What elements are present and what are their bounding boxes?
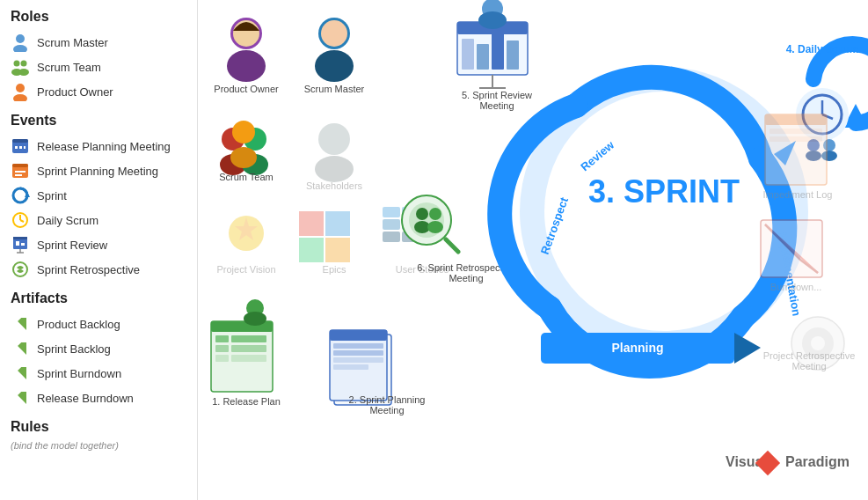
sidebar-item-release-burndown[interactable]: Release Burndown <box>11 386 186 410</box>
svg-point-0 <box>16 34 25 43</box>
svg-text:Meeting: Meeting <box>369 405 404 415</box>
epics-figure <box>299 211 350 262</box>
sprint-burndown-label: Sprint Burndown <box>37 367 121 380</box>
sprint-review-icon <box>11 235 30 254</box>
svg-rect-65 <box>231 335 266 342</box>
svg-point-3 <box>21 61 27 67</box>
sprint-planning-meeting-label: 2. Sprint Planning <box>349 394 426 405</box>
svg-point-95 <box>429 208 441 220</box>
svg-rect-113 <box>765 114 827 125</box>
svg-point-89 <box>478 11 507 29</box>
scrum-master-icon <box>11 33 30 52</box>
scrum-team-label: Scrum Team <box>37 61 101 74</box>
sprint-label: Sprint <box>37 189 67 202</box>
svg-point-71 <box>244 312 266 326</box>
product-backlog-label: Product Backlog <box>37 318 120 331</box>
sidebar-item-daily-scrum[interactable]: Daily Scrum <box>11 208 186 232</box>
sidebar-item-sprint-planning[interactable]: Sprint Planning Meeting <box>11 158 186 183</box>
sidebar-item-sprint-review[interactable]: Sprint Review <box>11 232 186 257</box>
scrum-master-diag-label: Scrum Master <box>304 84 365 94</box>
product-backlog-icon <box>11 314 30 334</box>
artifacts-title: Artifacts <box>11 290 186 306</box>
svg-point-6 <box>16 84 25 92</box>
impediment-log-label: Impediment Log <box>763 189 833 200</box>
artifacts-section: Artifacts Product Backlog Sprint Backlog <box>11 290 186 410</box>
svg-point-93 <box>416 208 428 220</box>
svg-rect-31 <box>18 367 26 379</box>
svg-rect-12 <box>24 146 26 149</box>
svg-line-97 <box>446 239 458 252</box>
release-burndown-icon <box>11 388 30 408</box>
sprint-backlog-label: Sprint Backlog <box>37 342 111 356</box>
review-label: Review <box>578 137 617 173</box>
sidebar-item-scrum-team[interactable]: Scrum Team <box>11 55 186 79</box>
sprint-planning-icon <box>11 161 30 180</box>
release-planning-label: Release Planning Meeting <box>37 140 171 153</box>
sidebar-item-product-backlog[interactable]: Product Backlog <box>11 312 186 336</box>
svg-point-2 <box>14 61 20 67</box>
svg-point-7 <box>13 94 27 101</box>
svg-rect-56 <box>383 219 400 230</box>
sprint-review-meeting-figure <box>457 0 528 88</box>
vp-product-text: Paradigm <box>785 454 850 469</box>
sprint-retro-meeting-figure <box>402 195 458 252</box>
svg-rect-76 <box>333 350 383 356</box>
sprint-retrospective-icon <box>11 260 30 279</box>
svg-rect-32 <box>18 392 26 404</box>
svg-point-5 <box>18 69 29 76</box>
svg-rect-78 <box>333 364 368 370</box>
rules-section: Rules (bind the model together) <box>11 419 186 451</box>
svg-point-37 <box>315 50 354 82</box>
sidebar-item-sprint-retrospective[interactable]: Sprint Retrospective <box>11 257 186 282</box>
sprint-review-label: Sprint Review <box>37 239 107 252</box>
sidebar-item-sprint-burndown[interactable]: Sprint Burndown <box>11 361 186 386</box>
daily-scrum-icon <box>11 210 30 230</box>
daily-scrum-label: Daily Scrum <box>37 214 98 227</box>
product-owner-figure <box>227 18 266 82</box>
scrum-master-label: Scrum Master <box>37 36 108 49</box>
stakeholders-figure <box>315 123 354 182</box>
svg-rect-27 <box>21 243 25 246</box>
release-plan-label: 1. Release Plan <box>212 396 281 407</box>
burndown-label: Burndown... <box>770 282 822 292</box>
sprint-burndown-icon <box>11 364 30 383</box>
product-owner-icon <box>11 82 30 101</box>
sprint-backlog-icon <box>11 339 30 358</box>
svg-rect-82 <box>462 39 474 70</box>
svg-rect-117 <box>770 152 813 158</box>
burndown-figure <box>761 220 822 277</box>
sprint-retrospective-label: Sprint Retrospective <box>37 263 140 276</box>
product-owner-label: Product Owner <box>37 85 113 99</box>
svg-rect-51 <box>299 238 324 262</box>
svg-rect-23 <box>13 237 27 239</box>
svg-marker-102 <box>734 333 761 364</box>
svg-rect-69 <box>231 355 266 362</box>
project-vision-figure <box>229 216 264 251</box>
events-section: Events Release Planning Meeting <box>11 113 186 282</box>
sidebar-item-product-owner[interactable]: Product Owner <box>11 79 186 104</box>
epics-label: Epics <box>323 264 346 275</box>
svg-rect-84 <box>492 33 504 70</box>
svg-rect-49 <box>299 211 324 236</box>
sidebar-item-sprint-backlog[interactable]: Sprint Backlog <box>11 336 186 361</box>
svg-rect-59 <box>383 232 400 242</box>
svg-point-46 <box>315 156 354 182</box>
svg-rect-9 <box>12 139 28 143</box>
sprint-number: 3. SPRINT <box>588 173 740 210</box>
sidebar-item-release-planning[interactable]: Release Planning Meeting <box>11 134 186 158</box>
svg-rect-67 <box>231 345 266 352</box>
svg-rect-11 <box>19 146 22 149</box>
sprint-diagram: Product Owner Scrum Master Scrum Team St… <box>198 0 868 500</box>
release-burndown-label: Release Burndown <box>37 392 134 405</box>
svg-rect-83 <box>477 44 489 70</box>
svg-text:Meeting: Meeting <box>479 100 514 111</box>
svg-rect-52 <box>325 238 350 262</box>
svg-rect-16 <box>15 174 22 176</box>
sidebar: Roles Scrum Master Scrum Team <box>0 0 198 500</box>
release-plan-figure <box>211 299 273 392</box>
svg-rect-50 <box>325 211 350 236</box>
sidebar-item-sprint[interactable]: Sprint <box>11 183 186 208</box>
svg-point-45 <box>318 123 350 155</box>
sidebar-item-scrum-master[interactable]: Scrum Master <box>11 30 186 55</box>
events-title: Events <box>11 113 186 129</box>
